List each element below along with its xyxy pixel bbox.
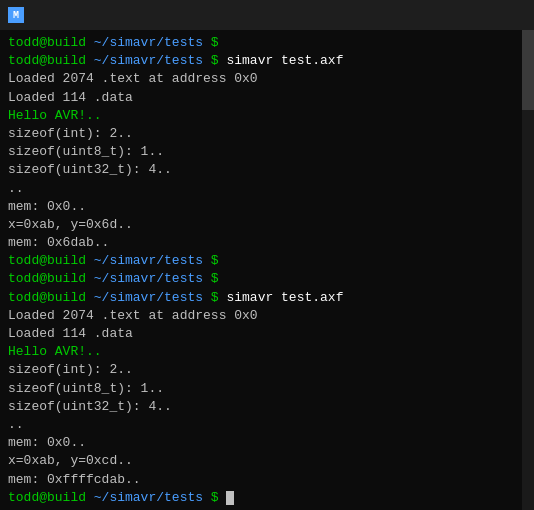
output-text-green: Hello AVR!.. [8, 344, 102, 359]
output-text-green: Hello AVR!.. [8, 108, 102, 123]
prompt-dollar: $ [203, 490, 219, 505]
output-text: Loaded 2074 .text at address 0x0 [8, 71, 258, 86]
prompt-path: ~/simavr/tests [86, 53, 203, 68]
terminal-line: sizeof(int): 2.. [8, 361, 512, 379]
output-text: sizeof(uint8_t): 1.. [8, 381, 164, 396]
command-text [219, 490, 227, 505]
terminal-line: sizeof(uint8_t): 1.. [8, 143, 512, 161]
terminal-line: Loaded 114 .data [8, 325, 512, 343]
terminal-line: .. [8, 416, 512, 434]
output-text: .. [8, 417, 24, 432]
terminal-line: x=0xab, y=0x6d.. [8, 216, 512, 234]
prompt-user: todd@build [8, 271, 86, 286]
terminal-line: sizeof(uint32_t): 4.. [8, 161, 512, 179]
prompt-dollar: $ [203, 271, 219, 286]
terminal-line: mem: 0x0.. [8, 434, 512, 452]
terminal-line: Hello AVR!.. [8, 343, 512, 361]
output-text: Loaded 2074 .text at address 0x0 [8, 308, 258, 323]
prompt-dollar: $ [203, 53, 219, 68]
terminal-line: mem: 0x0.. [8, 198, 512, 216]
terminal-line: Loaded 2074 .text at address 0x0 [8, 70, 512, 88]
prompt-dollar: $ [203, 290, 219, 305]
titlebar: M [0, 0, 534, 30]
output-text: sizeof(int): 2.. [8, 362, 133, 377]
output-text: sizeof(int): 2.. [8, 126, 133, 141]
prompt-user: todd@build [8, 53, 86, 68]
terminal-line: todd@build ~/simavr/tests $ simavr test.… [8, 289, 512, 307]
prompt-path: ~/simavr/tests [86, 290, 203, 305]
output-text: mem: 0x0.. [8, 199, 86, 214]
scrollbar[interactable] [522, 30, 534, 510]
output-text: mem: 0x6dab.. [8, 235, 109, 250]
prompt-user: todd@build [8, 253, 86, 268]
output-text: sizeof(uint32_t): 4.. [8, 399, 172, 414]
terminal-line: mem: 0xffffcdab.. [8, 471, 512, 489]
prompt-path: ~/simavr/tests [86, 490, 203, 505]
terminal-line: todd@build ~/simavr/tests $ [8, 489, 512, 507]
terminal-line: Loaded 2074 .text at address 0x0 [8, 307, 512, 325]
prompt-user: todd@build [8, 490, 86, 505]
terminal-line: sizeof(int): 2.. [8, 125, 512, 143]
cursor [226, 491, 234, 505]
terminal-line: Hello AVR!.. [8, 107, 512, 125]
terminal-window: M todd@build ~/simavr/tests $todd@build … [0, 0, 534, 510]
output-text: x=0xab, y=0xcd.. [8, 453, 133, 468]
titlebar-left: M [8, 7, 30, 23]
terminal-line: sizeof(uint32_t): 4.. [8, 398, 512, 416]
terminal-line: todd@build ~/simavr/tests $ [8, 252, 512, 270]
output-text: mem: 0x0.. [8, 435, 86, 450]
terminal-body[interactable]: todd@build ~/simavr/tests $todd@build ~/… [0, 30, 534, 510]
terminal-line: Loaded 114 .data [8, 89, 512, 107]
output-text: mem: 0xffffcdab.. [8, 472, 141, 487]
prompt-user: todd@build [8, 290, 86, 305]
terminal-line: mem: 0x6dab.. [8, 234, 512, 252]
prompt-path: ~/simavr/tests [86, 271, 203, 286]
terminal-line: sizeof(uint8_t): 1.. [8, 380, 512, 398]
close-button[interactable] [480, 0, 526, 30]
prompt-path: ~/simavr/tests [86, 35, 203, 50]
command-text: simavr test.axf [219, 53, 344, 68]
output-text: Loaded 114 .data [8, 90, 133, 105]
output-text: .. [8, 181, 24, 196]
terminal-line: x=0xab, y=0xcd.. [8, 452, 512, 470]
terminal-line: todd@build ~/simavr/tests $ simavr test.… [8, 52, 512, 70]
prompt-user: todd@build [8, 35, 86, 50]
terminal-line: .. [8, 180, 512, 198]
output-text: Loaded 114 .data [8, 326, 133, 341]
terminal-content: todd@build ~/simavr/tests $todd@build ~/… [8, 34, 526, 507]
app-icon: M [8, 7, 24, 23]
minimize-button[interactable] [388, 0, 434, 30]
window-controls [388, 0, 526, 30]
terminal-line: todd@build ~/simavr/tests $ [8, 34, 512, 52]
prompt-dollar: $ [203, 253, 219, 268]
terminal-line: todd@build ~/simavr/tests $ [8, 270, 512, 288]
scrollbar-thumb[interactable] [522, 30, 534, 110]
output-text: sizeof(uint8_t): 1.. [8, 144, 164, 159]
prompt-path: ~/simavr/tests [86, 253, 203, 268]
command-text: simavr test.axf [219, 290, 344, 305]
maximize-button[interactable] [434, 0, 480, 30]
prompt-dollar: $ [203, 35, 219, 50]
output-text: x=0xab, y=0x6d.. [8, 217, 133, 232]
output-text: sizeof(uint32_t): 4.. [8, 162, 172, 177]
